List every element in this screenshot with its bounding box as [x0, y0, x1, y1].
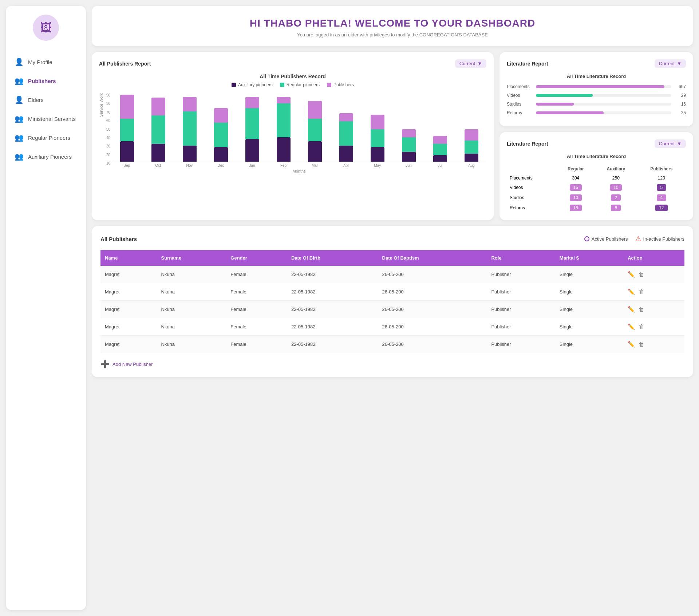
publishers-report-dropdown[interactable]: Current ▼ [455, 59, 486, 68]
bar-group-item [143, 98, 173, 162]
lit-table-row: Studies1024 [507, 193, 686, 203]
avatar: 🖼 [33, 15, 59, 41]
bar-group-item [269, 97, 299, 162]
lit-table-cell: 304 [557, 174, 595, 182]
page-title: HI THABO PHETLA! WELCOME TO YOUR DASHBOA… [100, 17, 684, 29]
pub-cell-surname: Nkuna [157, 283, 226, 301]
right-panel: Literature Report Current ▼ All Time Lit… [499, 52, 693, 220]
table-row: MagretNkunaFemale22-05-198226-05-200Publ… [100, 283, 684, 301]
add-new-publisher[interactable]: ➕ Add New Publisher [100, 360, 684, 368]
edit-button[interactable]: ✏️ [628, 341, 635, 348]
sidebar-item-regular-pioneers[interactable]: 👥 Regular Pioneers [6, 128, 86, 147]
lit-table-row: Placements304250120 [507, 174, 686, 182]
pub-title: All Publishers [100, 236, 137, 242]
bar-publishers [120, 95, 134, 119]
sidebar-item-ministerial-servants[interactable]: 👥 Ministerial Servants [6, 109, 86, 128]
delete-button[interactable]: 🗑 [639, 289, 644, 295]
bar-regular [120, 119, 134, 141]
lit-th: Regular [557, 164, 595, 174]
bar-publishers [339, 113, 353, 121]
pub-cell-action: ✏️ 🗑 [623, 318, 684, 336]
table-row: MagretNkunaFemale22-05-198226-05-200Publ… [100, 336, 684, 353]
chevron-down-icon: ▼ [477, 61, 482, 66]
table-row: MagretNkunaFemale22-05-198226-05-200Publ… [100, 301, 684, 318]
delete-button[interactable]: 🗑 [639, 306, 644, 313]
y-axis: 908070605040302010 [106, 93, 110, 166]
bar-group-item [237, 97, 267, 162]
charts-row: All Publishers Report Current ▼ All Time… [92, 52, 693, 220]
pub-cell-baptism: 26-05-200 [378, 318, 487, 336]
x-label: Aug [457, 163, 486, 167]
lit-th: Publishers [637, 164, 686, 174]
lit-cell-badge: 15 [570, 184, 582, 191]
pub-cell-role: Publisher [487, 318, 555, 336]
y-axis-title-wrap: Service Work [99, 93, 105, 173]
bar-stack [465, 129, 478, 162]
regular-pioneers-icon: 👥 [15, 133, 24, 142]
active-publishers-label: Active Publishers [592, 236, 628, 242]
lit-bar [536, 94, 593, 97]
pub-cell-gender: Female [226, 336, 287, 353]
delete-button[interactable]: 🗑 [639, 324, 644, 330]
bar-regular [371, 129, 384, 147]
pub-cell-marital: Single [555, 318, 623, 336]
pub-cell-role: Publisher [487, 266, 555, 283]
pub-cell-gender: Female [226, 266, 287, 283]
sidebar-item-elders[interactable]: 👤 Elders [6, 90, 86, 109]
pub-legend: Active Publishers ⚠ In-active Publishers [584, 235, 684, 243]
table-row: MagretNkunaFemale22-05-198226-05-200Publ… [100, 318, 684, 336]
bar-auxiliary [183, 146, 197, 162]
lit-row-label: Studies [507, 102, 532, 107]
legend-dot-auxiliary [232, 83, 236, 87]
lit-cell-badge: 8 [611, 205, 621, 211]
sidebar-item-label: Elders [28, 97, 44, 103]
action-icons: ✏️ 🗑 [628, 271, 680, 278]
delete-button[interactable]: 🗑 [639, 271, 644, 278]
sidebar-item-auxiliary-pioneers[interactable]: 👥 Auxiliary Pioneers [6, 147, 86, 166]
bar-publishers [245, 97, 259, 108]
bar-auxiliary [151, 144, 165, 162]
lit-table-cell-label: Returns [507, 203, 557, 213]
bar-regular [402, 137, 416, 152]
lit-table-row: Returns18812 [507, 203, 686, 213]
edit-button[interactable]: ✏️ [628, 323, 635, 330]
bar-group-item [331, 113, 361, 162]
sidebar-item-label: Publishers [28, 78, 56, 84]
sidebar-item-publishers[interactable]: 👥 Publishers [6, 71, 86, 90]
pub-cell-dob: 22-05-1982 [287, 301, 378, 318]
publishers-table: NameSurnameGenderDate Of BirthDate Of Ba… [100, 250, 684, 353]
edit-button[interactable]: ✏️ [628, 288, 635, 295]
pub-th: Gender [226, 250, 287, 266]
bar-regular [465, 141, 478, 154]
pub-cell-name: Magret [100, 336, 157, 353]
pub-cell-baptism: 26-05-200 [378, 283, 487, 301]
literature-report-1-dropdown[interactable]: Current ▼ [655, 59, 686, 68]
lit-row-label: Videos [507, 93, 532, 98]
chart-inner-title: All Time Publishers Record [99, 74, 486, 79]
delete-button[interactable]: 🗑 [639, 341, 644, 348]
inactive-publishers-label: In-active Publishers [643, 236, 684, 242]
profile-icon: 👤 [15, 58, 24, 66]
x-label: Dec [206, 163, 236, 167]
pub-th: Action [623, 250, 684, 266]
header-subtitle: You are logged in as an elder with privi… [100, 32, 684, 37]
sidebar-item-label: Ministerial Servants [28, 116, 76, 122]
pub-cell-marital: Single [555, 283, 623, 301]
sidebar-item-my-profile[interactable]: 👤 My Profile [6, 52, 86, 71]
pub-cell-marital: Single [555, 266, 623, 283]
chart-card-header: All Publishers Report Current ▼ [99, 59, 486, 68]
bar-stack [402, 129, 416, 162]
bar-auxiliary [465, 154, 478, 162]
lit-cell-badge: 4 [657, 194, 667, 201]
bar-publishers [433, 136, 447, 144]
bar-stack [151, 98, 165, 162]
edit-button[interactable]: ✏️ [628, 271, 635, 278]
lit-th-label [507, 164, 557, 174]
header-card: HI THABO PHETLA! WELCOME TO YOUR DASHBOA… [92, 6, 693, 46]
edit-button[interactable]: ✏️ [628, 306, 635, 313]
lit-table-cell: 5 [637, 182, 686, 193]
sidebar-item-label: My Profile [28, 59, 52, 65]
lit-title-1: Literature Report [507, 61, 548, 67]
literature-report-2-dropdown[interactable]: Current ▼ [655, 139, 686, 148]
bars-container [112, 93, 486, 162]
